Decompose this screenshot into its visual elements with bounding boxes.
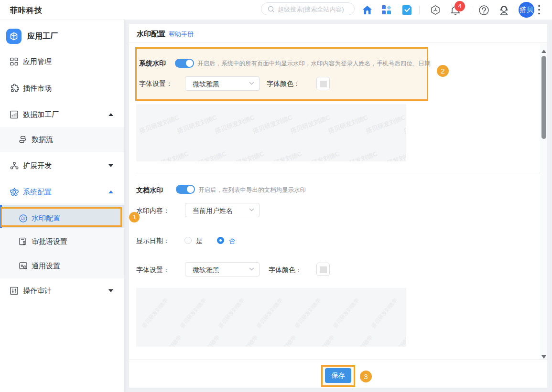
svg-text:印: 印 — [21, 216, 25, 221]
